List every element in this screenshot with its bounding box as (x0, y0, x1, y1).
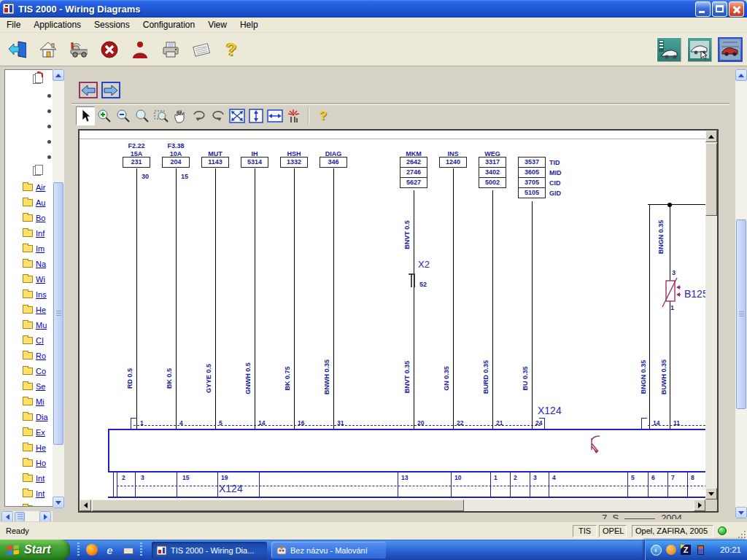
zoom-in-button[interactable] (95, 106, 114, 125)
scroll-right-button[interactable] (694, 499, 705, 511)
fit-page-button[interactable] (228, 106, 247, 125)
start-button[interactable]: Start (0, 540, 70, 560)
menu-item[interactable]: Sessions (88, 18, 136, 31)
exit-button[interactable] (3, 36, 31, 63)
tree-document-item[interactable] (33, 163, 41, 179)
scroll-left-button[interactable] (80, 499, 91, 511)
sidebar-folder-item[interactable]: Bo (23, 210, 53, 225)
sidebar-folder-item[interactable]: Dia (23, 409, 53, 424)
sidebar-folder-label[interactable]: Air (36, 183, 45, 192)
hide-icons-button[interactable]: ‹ (650, 544, 662, 556)
news-button[interactable] (187, 36, 214, 63)
scroll-up-button[interactable] (705, 131, 717, 142)
tree-bullet-item[interactable] (47, 88, 51, 104)
sidebar-folder-label[interactable]: Mi (36, 397, 44, 406)
sidebar-folder-label[interactable]: Ho (36, 459, 46, 467)
sidebar-folder-item[interactable]: Mu (23, 317, 53, 332)
select-tool-button[interactable] (76, 106, 95, 125)
sidebar-vertical-scrollbar[interactable] (53, 69, 64, 508)
sidebar-folder-label[interactable]: CI (36, 336, 44, 345)
sidebar-folder-item[interactable]: Ins (23, 287, 53, 302)
sidebar-folder-label[interactable]: Dia (36, 413, 48, 421)
zoom-out-button[interactable] (114, 106, 133, 125)
print-button[interactable] (156, 36, 184, 63)
content-vertical-scrollbar[interactable] (735, 69, 747, 518)
scroll-thumb[interactable] (15, 512, 25, 522)
maximize-button[interactable] (712, 1, 727, 17)
sidebar-folder-item[interactable]: Ho (23, 455, 53, 470)
zoom-tool-button[interactable] (133, 106, 152, 125)
scroll-down-button[interactable] (53, 497, 64, 508)
sidebar-folder-item[interactable]: Na (23, 256, 53, 271)
sidebar-folder-label[interactable]: Ins (36, 290, 47, 299)
forward-button[interactable] (101, 82, 120, 98)
minimize-button[interactable] (695, 1, 711, 17)
sidebar-folder-label[interactable]: Ro (36, 351, 46, 360)
vehicle-select-button[interactable] (687, 37, 712, 62)
vehicle-current-button[interactable] (718, 37, 743, 62)
scroll-thumb[interactable] (705, 143, 717, 216)
sidebar-folder-item[interactable]: Ro (23, 348, 53, 363)
sidebar-folder-item[interactable]: CI (23, 332, 53, 348)
zoom-help-button[interactable]: ? (314, 106, 333, 125)
sidebar-folder-label[interactable]: He (36, 443, 46, 452)
zoom-area-button[interactable] (152, 106, 171, 125)
back-button[interactable] (79, 82, 98, 98)
sidebar-folder-label[interactable]: Ex (36, 428, 45, 437)
diagram-horizontal-scrollbar[interactable] (80, 499, 705, 511)
sidebar-folder-item[interactable]: Ex (23, 424, 53, 440)
sidebar-folder-item[interactable]: He (23, 440, 53, 455)
tree-bullet-item[interactable] (47, 149, 51, 165)
rotate-cw-button[interactable] (190, 106, 209, 125)
firefox-icon[interactable] (85, 544, 98, 556)
help-button[interactable]: ? (217, 36, 245, 63)
sidebar-folder-label[interactable]: Wi (36, 275, 45, 284)
task-button-paint[interactable]: Bez názvu - Malování (271, 542, 386, 559)
user-button[interactable] (125, 36, 153, 63)
sidebar-folder-item[interactable]: He (23, 302, 53, 317)
wiring-diagram[interactable]: F2.22 15A 231 30 F3.38 10A 204 15 MUT (80, 131, 705, 499)
toolbar-handle[interactable] (77, 542, 80, 557)
resize-grip[interactable] (736, 529, 746, 538)
pan-button[interactable] (171, 106, 190, 125)
scroll-up-button[interactable] (53, 69, 64, 81)
tree-bullet-item[interactable] (47, 119, 51, 134)
menu-item[interactable]: Configuration (136, 18, 201, 31)
vehicle-service-button[interactable] (64, 36, 92, 63)
sidebar-folder-item[interactable]: Inf (23, 225, 53, 241)
scroll-thumb[interactable] (736, 219, 746, 409)
menu-item[interactable]: File (0, 18, 27, 31)
sidebar-folder-item[interactable]: Air (23, 179, 53, 195)
sidebar-folder-label[interactable]: Au (36, 198, 45, 207)
sidebar-folder-label[interactable]: Se (36, 382, 45, 391)
agent-tray-icon[interactable] (665, 544, 677, 556)
internet-explorer-icon[interactable]: e (104, 544, 116, 556)
rotate-ccw-button[interactable] (209, 106, 228, 125)
home-button[interactable] (34, 36, 61, 63)
sidebar-folder-item[interactable]: Int (23, 470, 53, 486)
sidebar-folder-item[interactable]: Int (23, 486, 53, 501)
show-desktop-icon[interactable] (122, 544, 134, 556)
sidebar-folder-item[interactable]: Au (23, 195, 53, 210)
sidebar-folder-label[interactable]: Mu (36, 321, 47, 330)
stop-button[interactable] (95, 36, 123, 63)
fit-width-button[interactable] (266, 106, 285, 125)
zonealarm-tray-icon[interactable]: Z (681, 545, 691, 555)
sidebar-folder-label[interactable]: He (36, 306, 46, 314)
sidebar-folder-item[interactable]: Mi (23, 394, 53, 409)
sidebar-folder-item[interactable]: Im (23, 241, 53, 256)
sidebar-folder-label[interactable]: Co (36, 367, 46, 376)
sidebar-folder-label[interactable]: Bo (36, 214, 45, 222)
diagram-vertical-scrollbar[interactable] (705, 131, 717, 499)
sidebar-folder-item[interactable]: Wi (23, 271, 53, 287)
sidebar-folder-item[interactable]: Vo (23, 501, 53, 507)
window-titlebar[interactable]: TIS 2000 - Wiring Diagrams (0, 0, 747, 18)
sidebar-folder-label[interactable]: Vo (36, 505, 45, 508)
battery-tray-icon[interactable] (694, 544, 706, 556)
sidebar-folder-item[interactable]: Se (23, 378, 53, 394)
task-button-tis[interactable]: TIS 2000 - Wiring Dia... (152, 542, 267, 559)
toolbar-handle[interactable] (140, 542, 142, 557)
tree-root-item[interactable] (33, 71, 41, 87)
menu-item[interactable]: View (201, 18, 233, 31)
sidebar-folder-item[interactable]: Co (23, 363, 53, 378)
